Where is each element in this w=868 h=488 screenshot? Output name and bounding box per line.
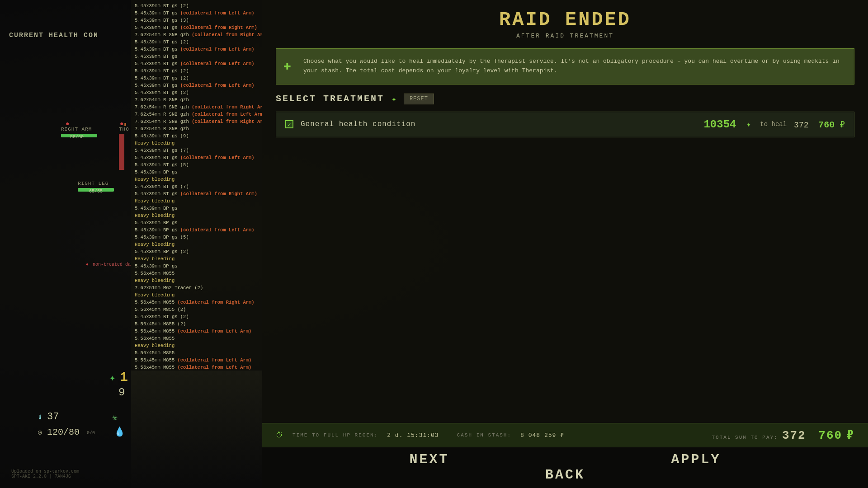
damage-log-item: 5.45x39mm BT gs (5) — [135, 161, 259, 169]
damage-log-item: Heavy bleeding — [135, 241, 259, 248]
next-button[interactable]: NEXT — [409, 452, 449, 467]
damage-log-item: 5.45x39mm BT gs (7) — [135, 147, 259, 154]
non-treated-label: ● non-treated da — [86, 262, 131, 267]
damage-log-item: 7.62x51mm M62 Tracer (2) — [135, 284, 259, 291]
character-panel: CURRENT HEALTH CON ● ● 8 RIGHT ARM 58/60… — [0, 0, 131, 488]
treatment-price: 372 760 ₽ — [794, 119, 845, 130]
damage-log-item: 7.62x54mm R SNB gzh — [135, 96, 259, 103]
damage-log-item: 5.45x39mm BT gs (2) — [135, 38, 259, 46]
damage-log-item: 5.45x39mm BT gs (7) — [135, 183, 259, 190]
total-currency: ₽ — [846, 429, 854, 442]
cash-label: CASH IN STASH: — [457, 432, 511, 438]
damage-log-item: 5.45x39mm BT gs (collateral from Left Ar… — [135, 60, 259, 67]
raid-ended-title: RAID ENDED — [262, 9, 868, 31]
damage-log-item: 5.45x39mm BT gs (9) — [135, 132, 259, 140]
bp-icon: ◎ — [38, 428, 42, 436]
damage-log-item: 7.62x54mm R SNB gzh (collateral from Rig… — [135, 118, 259, 125]
damage-log-item: 7.62x54mm R SNB gzh — [135, 125, 259, 132]
damage-log-item: 5.45x39mm BT gs (2) — [135, 67, 259, 75]
damage-log-item: 5.45x39mm BT gs (2) — [135, 75, 259, 82]
watermark: Uploaded on sp-tarkov.com SPT-AKI 2.2.0 … — [11, 469, 79, 479]
treatment-to-heal: to heal — [760, 121, 787, 128]
damage-log-item: Heavy bleeding — [135, 342, 259, 349]
damage-log-item: 5.45x39mm BT gs (collateral from Left Ar… — [135, 154, 259, 161]
hp-points: 1 — [120, 370, 128, 385]
bottom-bar: ⏱ TIME TO FULL HP REGEN: 2 d. 15:31:03 C… — [262, 423, 868, 488]
right-leg-label: RIGHT LEG — [78, 181, 108, 186]
damage-log-item: 5.45x39mm BT gs (3) — [135, 17, 259, 24]
treatment-name: General health condition — [301, 120, 696, 128]
right-arm-label: RIGHT ARM — [61, 127, 92, 132]
bottom-info: ⏱ TIME TO FULL HP REGEN: 2 d. 15:31:03 C… — [262, 423, 868, 447]
damage-log-item: Heavy bleeding — [135, 255, 259, 263]
right-arm-hp: 58/60 — [70, 135, 84, 140]
damage-log-item: 5.45x39mm BP gs — [135, 169, 259, 176]
treatment-checkbox[interactable]: ✓ — [285, 120, 293, 128]
apply-button[interactable]: APPLY — [671, 452, 721, 467]
level: 9 — [118, 386, 125, 399]
info-box: ✚ Choose what you would like to heal imm… — [276, 48, 854, 84]
damage-log-item: 5.45x39mm BT gs (collateral from Left Ar… — [135, 46, 259, 53]
treatment-hp-icon: ✦ — [746, 119, 751, 129]
damage-log-item: 5.56x45mm M855 (collateral from Left Arm… — [135, 357, 259, 364]
back-button[interactable]: BACK — [545, 467, 585, 483]
select-treatment-label: SELECT TREATMENT — [276, 94, 384, 104]
clock-icon: ⏱ — [276, 431, 283, 440]
temp-icon: 🌡 — [37, 414, 43, 421]
damage-log-item: 5.45x39mm BT gs (2) — [135, 2, 259, 9]
damage-log-item: Heavy bleeding — [135, 140, 259, 147]
damage-log-item: 5.45x39mm BT gs (collateral from Left Ar… — [135, 9, 259, 17]
damage-log-item: 5.45x39mm BP gs (5) — [135, 234, 259, 241]
total-primary: 372 — [782, 429, 806, 442]
damage-log-item: 5.45x39mm BP gs (collateral from Left Ar… — [135, 226, 259, 234]
treatment-icon: ✦ — [392, 94, 396, 104]
damage-log-item: 5.45x39mm BT gs (collateral from Left Ar… — [135, 82, 259, 89]
damage-log-item: Heavy bleeding — [135, 277, 259, 284]
treatment-cost: 10354 — [703, 118, 736, 131]
damage-log-item: 5.56x45mm M855 — [135, 349, 259, 357]
damage-log-item: 5.56x45mm M855 — [135, 335, 259, 342]
total-secondary: 760 — [818, 429, 842, 442]
damage-log-item: 5.45x39mm BT gs (collateral from Right A… — [135, 24, 259, 31]
damage-log-item: 5.56x45mm M855 (collateral from Left Arm… — [135, 364, 259, 371]
damage-log-item: Heavy bleeding — [135, 212, 259, 219]
health-title: CURRENT HEALTH CON — [9, 32, 99, 39]
cash-value: 8 048 259 ₽ — [520, 432, 564, 439]
select-treatment-bar: SELECT TREATMENT ✦ RESET — [276, 94, 854, 104]
damage-log-item: 5.45x39mm BT gs (2) — [135, 89, 259, 96]
blood-pressure: 120/80 — [47, 427, 80, 437]
time-value: 2 d. 15:31:03 — [387, 432, 439, 439]
damage-log[interactable]: 5.45x39mm BT gs (2)5.45x39mm BT gs (coll… — [131, 0, 262, 371]
damage-log-item: 5.45x39mm BP gs (2) — [135, 248, 259, 255]
bio-icon: ☣ — [112, 411, 118, 422]
bp-counter: 0/0 — [87, 431, 95, 436]
thorax-label: THO — [119, 127, 129, 132]
damage-log-item: 5.56x45mm M855 (collateral from Left Arm… — [135, 328, 259, 335]
total-label: TOTAL SUM TO PAY: — [712, 435, 778, 440]
damage-log-item: 5.56x45mm M855 (collateral from Right Ar… — [135, 299, 259, 306]
damage-log-item: Heavy bleeding — [135, 291, 259, 299]
right-leg-hp: 65/65 — [89, 189, 103, 194]
treatment-row: ✓ General health condition 10354 ✦ to he… — [276, 112, 854, 137]
thorax-bar — [119, 134, 124, 170]
temperature: 37 — [47, 411, 59, 422]
damage-log-item: 5.56x45mm M855 (2) — [135, 320, 259, 328]
total-sum-area: TOTAL SUM TO PAY: 372 760 ₽ — [712, 428, 854, 442]
reset-button[interactable]: RESET — [404, 94, 434, 104]
damage-log-item: 7.62x54mm R SNB gzh (collateral from Rig… — [135, 103, 259, 111]
main-panel: RAID ENDED AFTER RAID TREATMENT ✚ Choose… — [262, 0, 868, 488]
damage-log-item: 5.45x39mm BP gs — [135, 263, 259, 270]
damage-log-item: 5.45x39mm BT gs — [135, 53, 259, 60]
damage-log-item: Heavy bleeding — [135, 197, 259, 205]
damage-log-item: 7.62x54mm R SNB gzh (collateral from Rig… — [135, 31, 259, 38]
raid-ended-subtitle: AFTER RAID TREATMENT — [262, 33, 868, 39]
damage-log-item: 5.56x45mm M855 (2) — [135, 306, 259, 313]
damage-log-item: 5.45x39mm BT gs (2) — [135, 313, 259, 320]
damage-log-item: 7.62x54mm R SNB gzh (collateral from Lef… — [135, 111, 259, 118]
damage-log-item: 5.45x39mm BT gs (collateral from Right A… — [135, 190, 259, 197]
hp-icon: ✦ — [109, 372, 115, 384]
time-label: TIME TO FULL HP REGEN: — [292, 432, 378, 438]
damage-log-item: 5.56x45mm M855 — [135, 270, 259, 277]
info-text: Choose what you would like to heal immed… — [303, 58, 840, 74]
medic-icon: ✚ — [283, 56, 291, 76]
